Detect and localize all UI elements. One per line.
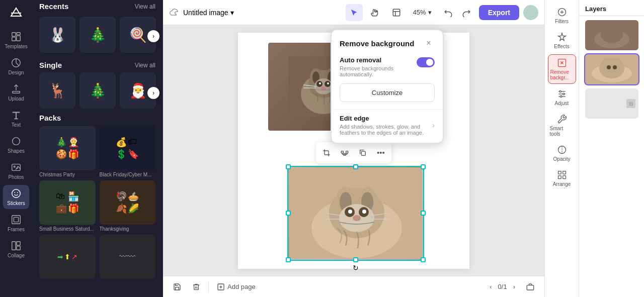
svg-point-49 xyxy=(362,210,366,214)
svg-point-33 xyxy=(321,86,326,90)
svg-rect-2 xyxy=(17,33,20,35)
select-tool-btn[interactable] xyxy=(346,4,363,21)
selected-image-container[interactable]: ↻ xyxy=(288,167,423,260)
crop-tool-btn[interactable] xyxy=(318,144,335,161)
redo-btn[interactable] xyxy=(458,4,475,21)
handle-br[interactable] xyxy=(421,257,426,262)
page-fraction: 0/1 xyxy=(498,283,507,290)
remove-bg-close-btn[interactable]: × xyxy=(423,37,435,49)
save-btn[interactable] xyxy=(170,281,184,293)
svg-point-32 xyxy=(327,82,329,84)
handle-ml[interactable] xyxy=(286,211,291,216)
remove-bg-header: Remove background × xyxy=(332,30,443,54)
group-tool-btn[interactable] xyxy=(336,144,353,161)
effects-tool[interactable]: Effects xyxy=(548,29,576,52)
recents-view-all[interactable]: View all xyxy=(135,3,155,10)
storage-btn[interactable] xyxy=(523,281,537,293)
svg-point-84 xyxy=(613,24,621,36)
layers-panel: Layers ⊟ xyxy=(579,0,644,297)
svg-rect-3 xyxy=(12,37,16,41)
delete-btn[interactable] xyxy=(189,281,203,293)
more-tool-btn[interactable]: ••• xyxy=(372,144,389,161)
edit-edge-text: Edit edge Add shadows, strokes, glow, an… xyxy=(340,115,432,136)
sidebar-item-shapes[interactable]: Shapes xyxy=(3,133,29,157)
svg-rect-6 xyxy=(13,91,20,93)
pack-row-1: 🎄🤶🍪🎁 Christmas Party 💰🏷💲🔖 Black Friday/C… xyxy=(39,126,155,177)
pack-smallbiz[interactable]: 🛍🏪💼🎁 Small Business Saturd... xyxy=(39,180,96,232)
add-page-btn[interactable]: Add page xyxy=(214,281,259,293)
auto-removal-row: Auto removal Remove backgrounds automati… xyxy=(332,54,443,83)
customize-btn[interactable]: Customize xyxy=(340,83,435,102)
zoom-control[interactable]: 45% ▾ xyxy=(409,7,436,18)
recents-next-arrow[interactable]: › xyxy=(147,30,159,42)
sidebar-item-stickers[interactable]: Stickers xyxy=(3,185,29,209)
filters-label: Filters xyxy=(555,19,569,24)
handle-tm[interactable] xyxy=(353,164,358,169)
pack-squiggles[interactable]: 〰〰 xyxy=(100,235,156,280)
single-grid: 🦌 🎄 🎅 › xyxy=(32,72,163,114)
pack-blackfriday-label: Black Friday/Cyber M... xyxy=(100,172,156,177)
smart-tools-tool[interactable]: Smart tools xyxy=(548,111,576,140)
pack-blackfriday[interactable]: 💰🏷💲🔖 Black Friday/Cyber M... xyxy=(100,126,156,177)
remove-bg-title: Remove background xyxy=(340,39,414,48)
remove-bg-panel: Remove background × Auto removal Remove … xyxy=(331,29,444,144)
single-next-arrow[interactable]: › xyxy=(147,87,159,99)
single-view-all[interactable]: View all xyxy=(135,62,155,69)
recent-item-2[interactable]: 🎄 xyxy=(79,17,116,53)
undo-btn[interactable] xyxy=(440,4,457,21)
filters-tool[interactable]: Filters xyxy=(548,4,576,27)
svg-point-7 xyxy=(13,138,20,145)
sidebar-item-photos[interactable]: Photos xyxy=(3,159,29,183)
sidebar-item-design[interactable]: Design xyxy=(3,54,29,78)
auto-removal-toggle[interactable] xyxy=(417,57,435,67)
sidebar-item-frames[interactable]: Frames xyxy=(3,211,29,235)
prev-page-btn[interactable]: ‹ xyxy=(487,281,495,292)
pack-arrows[interactable]: ➡ ⬆ ↗ xyxy=(39,235,96,280)
layers-header: Layers xyxy=(579,0,644,16)
handle-bm[interactable] xyxy=(353,257,358,262)
handle-tl[interactable] xyxy=(286,164,291,169)
edit-edge-row[interactable]: Edit edge Add shadows, strokes, glow, an… xyxy=(332,109,443,143)
pack-christmas[interactable]: 🎄🤶🍪🎁 Christmas Party xyxy=(39,126,96,177)
sidebar-item-templates[interactable]: Templates xyxy=(3,28,29,52)
svg-rect-1 xyxy=(12,33,16,36)
handle-bl[interactable] xyxy=(286,257,291,262)
single-item-1[interactable]: 🦌 xyxy=(39,72,75,109)
sidebar-item-text[interactable]: Text xyxy=(3,107,29,131)
opacity-tool[interactable]: Opacity xyxy=(548,142,576,165)
page-nav: ‹ 0/1 › xyxy=(487,281,518,292)
next-page-btn[interactable]: › xyxy=(510,281,518,292)
layer-item-3[interactable]: ⊟ xyxy=(585,88,638,119)
svg-point-9 xyxy=(14,166,15,167)
layer-item-2[interactable] xyxy=(585,54,638,84)
duplicate-tool-btn[interactable] xyxy=(354,144,371,161)
remove-bg-tool[interactable]: Remove backgr... xyxy=(548,54,576,84)
layout-btn[interactable] xyxy=(388,4,405,21)
handle-mr[interactable] xyxy=(421,211,426,216)
hand-tool-btn[interactable] xyxy=(367,4,384,21)
sidebar-item-upload[interactable]: Upload xyxy=(3,80,29,105)
right-sidebar: Filters Effects Remove backgr... Adjust … xyxy=(544,0,579,297)
stickers-panel: Recents View all 🐰 🎄 🍭 › Single View all… xyxy=(32,0,163,297)
auto-removal-text: Auto removal Remove backgrounds automati… xyxy=(340,56,417,77)
document-title-btn[interactable]: Untitled image ▾ xyxy=(183,9,234,17)
svg-rect-17 xyxy=(17,246,20,250)
layer-item-1[interactable] xyxy=(585,20,638,50)
rotate-handle[interactable]: ↻ xyxy=(352,264,360,272)
pack-thanksgiving[interactable]: 🦃🥧🍂🌽 Thanksgiving xyxy=(100,180,156,232)
auto-removal-label: Auto removal xyxy=(340,56,417,64)
single-item-2[interactable]: 🎄 xyxy=(79,72,116,109)
recent-item-1[interactable]: 🐰 xyxy=(39,17,75,53)
adjust-label: Adjust xyxy=(555,101,569,106)
svg-rect-78 xyxy=(558,176,561,179)
adjust-tool[interactable]: Adjust xyxy=(548,86,576,109)
handle-tr[interactable] xyxy=(421,164,426,169)
sidebar-item-collage[interactable]: Collage xyxy=(3,237,29,261)
svg-point-50 xyxy=(353,215,361,221)
arrange-tool[interactable]: Arrange xyxy=(548,167,576,190)
export-btn[interactable]: Export xyxy=(479,5,519,20)
packs-section: Packs 🎄🤶🍪🎁 Christmas Party 💰🏷💲🔖 Black Fr… xyxy=(32,114,163,280)
recents-header: Recents View all xyxy=(32,0,163,14)
svg-rect-13 xyxy=(12,216,21,224)
svg-rect-79 xyxy=(562,176,566,179)
